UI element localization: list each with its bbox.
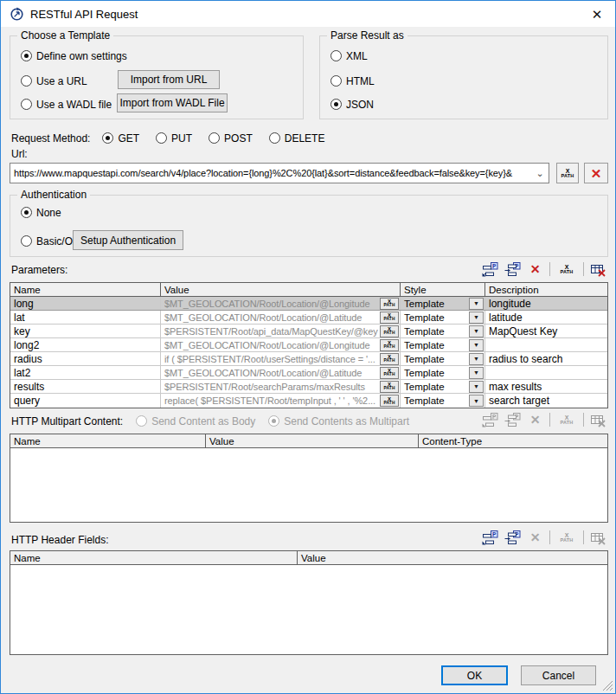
param-name[interactable]: lat [10, 311, 161, 324]
param-style[interactable]: Template ▼ [401, 325, 485, 337]
column-header-name[interactable]: Name [10, 551, 298, 564]
table-row[interactable]: long2 $MT_GEOLOCATION/Root/Location/@Lon… [10, 338, 607, 352]
close-icon[interactable]: ✕ [587, 8, 606, 21]
param-style[interactable]: Template ▼ [401, 338, 485, 351]
param-description[interactable]: radius to search [485, 352, 607, 365]
param-description[interactable]: max results [485, 380, 607, 393]
xpath-icon[interactable]: XPATH [556, 262, 577, 277]
chevron-down-icon[interactable]: ▼ [469, 312, 484, 324]
parse-result-group: Parse Result as XML HTML JSON [319, 35, 608, 119]
param-name[interactable]: long2 [10, 338, 161, 351]
column-header-name[interactable]: Name [10, 283, 161, 296]
radio-define-own-settings[interactable]: Define own settings [21, 49, 127, 62]
radio-label: GET [118, 132, 139, 145]
param-description[interactable]: MapQuest Key [485, 325, 607, 337]
table-row[interactable]: lat $MT_GEOLOCATION/Root/Location/@Latit… [10, 311, 607, 325]
param-name[interactable]: lat2 [10, 366, 161, 379]
chevron-down-icon[interactable]: ▼ [469, 367, 484, 379]
table-row[interactable]: query replace( $PERSISTENT/Root/tempInpu… [10, 394, 607, 408]
param-style[interactable]: Template ▼ [401, 297, 485, 310]
table-row[interactable]: radius if ( $PERSISTENT/Root/userSetting… [10, 352, 607, 366]
chevron-down-icon[interactable]: ▼ [469, 353, 484, 365]
parameters-label: Parameters: [11, 264, 67, 276]
xpath-button[interactable]: XPATH [380, 298, 399, 310]
import-from-url-button[interactable]: Import from URL [118, 70, 220, 89]
import-from-wadl-button[interactable]: Import from WADL File [117, 93, 228, 112]
radio-json[interactable]: JSON [330, 98, 374, 111]
url-xpath-button[interactable]: X PATH [556, 163, 579, 183]
table-row[interactable]: key $PERSISTENT/Root/api_data/MapQuestKe… [10, 325, 607, 338]
param-value[interactable]: $PERSISTENT/Root/searchParams/maxResults… [161, 380, 401, 393]
param-name[interactable]: long [10, 297, 161, 310]
chevron-down-icon[interactable]: ▼ [469, 339, 484, 351]
param-name[interactable]: radius [10, 352, 161, 365]
url-clear-button[interactable]: ✕ [584, 163, 608, 183]
column-header-value[interactable]: Value [161, 283, 401, 296]
radio-xml[interactable]: XML [330, 49, 368, 62]
chevron-down-icon[interactable]: ▼ [469, 298, 484, 310]
ok-button[interactable]: OK [441, 665, 508, 685]
table-row[interactable]: lat2 $MT_GEOLOCATION/Root/Location/@Lati… [10, 366, 607, 380]
chevron-down-icon[interactable]: ⌄ [533, 168, 547, 179]
cancel-button[interactable]: Cancel [521, 665, 596, 685]
param-description[interactable]: longitude [485, 297, 607, 310]
chevron-down-icon[interactable]: ▼ [469, 325, 484, 337]
param-value[interactable]: $MT_GEOLOCATION/Root/Location/@Latitude … [161, 366, 401, 379]
column-header-name[interactable]: Name [10, 434, 206, 447]
delete-parameter-icon[interactable]: ✕ [527, 262, 543, 277]
radio-use-a-url[interactable]: Use a URL [21, 74, 87, 87]
param-description[interactable] [485, 366, 607, 379]
param-value[interactable]: if ( $PERSISTENT/Root/userSettings/dista… [161, 352, 401, 365]
resize-grip[interactable] [602, 680, 613, 691]
xpath-button[interactable]: XPATH [380, 353, 399, 365]
radio-label: XML [346, 50, 368, 62]
param-style[interactable]: Template ▼ [401, 352, 485, 365]
column-header-value[interactable]: Value [298, 551, 607, 564]
table-row[interactable]: results $PERSISTENT/Root/searchParams/ma… [10, 380, 607, 394]
param-value[interactable]: replace( $PERSISTENT/Root/tempInput , ' … [161, 394, 401, 408]
radio-post[interactable]: POST [209, 132, 253, 145]
insert-parameter-icon[interactable]: P [504, 262, 521, 277]
radio-auth-none[interactable]: None [21, 206, 61, 219]
param-style[interactable]: Template ▼ [401, 394, 485, 408]
table-row[interactable]: long $MT_GEOLOCATION/Root/Location/@Long… [10, 297, 607, 311]
xpath-button[interactable]: XPATH [380, 325, 399, 337]
param-description[interactable]: search target [485, 394, 607, 408]
column-header-value[interactable]: Value [206, 434, 419, 447]
setup-authentication-button[interactable]: Setup Authentication [73, 230, 183, 250]
xpath-button[interactable]: XPATH [380, 312, 399, 324]
append-header-icon[interactable]: P [482, 530, 498, 545]
insert-header-icon[interactable]: P [504, 530, 521, 545]
param-value[interactable]: $MT_GEOLOCATION/Root/Location/@Longitude… [161, 338, 401, 351]
radio-put[interactable]: PUT [156, 132, 192, 145]
xpath-button[interactable]: XPATH [380, 395, 399, 407]
column-header-content-type[interactable]: Content-Type [419, 434, 607, 447]
param-value[interactable]: $MT_GEOLOCATION/Root/Location/@Longitude… [161, 297, 401, 310]
param-name[interactable]: key [10, 325, 161, 337]
header-fields-table: Name Value [10, 550, 608, 655]
radio-use-a-wadl-file[interactable]: Use a WADL file [21, 98, 112, 111]
param-style[interactable]: Template ▼ [401, 366, 485, 379]
param-description[interactable] [485, 338, 607, 351]
chevron-down-icon[interactable]: ▼ [469, 395, 484, 407]
xpath-button[interactable]: XPATH [380, 381, 399, 393]
column-header-description[interactable]: Description [485, 283, 607, 296]
column-header-style[interactable]: Style [401, 283, 485, 296]
radio-delete[interactable]: DELETE [269, 132, 325, 145]
param-description[interactable]: latitude [485, 311, 607, 324]
param-style[interactable]: Template ▼ [401, 311, 485, 324]
append-parameter-icon[interactable]: P [482, 262, 498, 277]
delete-all-parameters-icon[interactable] [590, 262, 606, 277]
xpath-button[interactable]: XPATH [380, 367, 399, 379]
param-value[interactable]: $MT_GEOLOCATION/Root/Location/@Latitude … [161, 311, 401, 324]
param-name[interactable]: query [10, 394, 161, 408]
toolbar-separator [583, 530, 584, 544]
url-input[interactable]: https://www.mapquestapi.com/search/v4/pl… [10, 163, 549, 183]
param-name[interactable]: results [10, 380, 161, 393]
radio-get[interactable]: GET [102, 132, 139, 145]
param-value[interactable]: $PERSISTENT/Root/api_data/MapQuestKey/@k… [161, 325, 401, 337]
xpath-button[interactable]: XPATH [380, 339, 399, 351]
chevron-down-icon[interactable]: ▼ [469, 381, 484, 393]
param-style[interactable]: Template ▼ [401, 380, 485, 393]
radio-html[interactable]: HTML [330, 74, 375, 87]
